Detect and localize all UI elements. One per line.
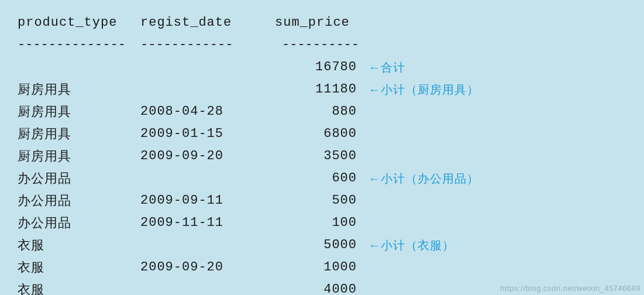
cell-sum-price: 4000 [257,279,357,295]
table-row: 厨房用具 2008-04-28 880 [18,101,626,123]
table-header-row: product_type regist_date sum_price [18,12,626,34]
table-row: 厨房用具 2009-01-15 6800 [18,123,626,145]
annotation-subtotal: ←小计（厨房用具） [369,78,479,101]
cell-sum-price: 16780 [257,56,357,78]
dash-sum-price: ---------- [257,34,357,56]
cell-product-type: 厨房用具 [18,145,140,167]
cell-sum-price: 880 [257,101,357,123]
cell-sum-price: 1000 [257,256,357,279]
table-row: 办公用品 600 ←小计（办公用品） [18,167,626,190]
cell-regist-date: 2009-09-20 [140,256,257,279]
table-row: 衣服 2009-09-20 1000 [18,256,626,279]
table-row: 厨房用具 11180 ←小计（厨房用具） [18,78,626,101]
table-row: 办公用品 2009-09-11 500 [18,190,626,212]
cell-sum-price: 600 [257,167,357,190]
dash-product-type: -------------- [18,34,140,56]
cell-sum-price: 3500 [257,145,357,167]
cell-regist-date: 2009-09-11 [140,190,257,212]
cell-sum-price: 100 [257,212,357,234]
annotation-subtotal: ←小计（办公用品） [369,167,479,190]
header-product-type: product_type [18,12,140,34]
header-sum-price: sum_price [257,12,357,34]
table-row: 16780 ←合计 [18,56,626,78]
cell-product-type: 办公用品 [18,190,140,212]
table-row: 办公用品 2009-11-11 100 [18,212,626,234]
cell-product-type: 办公用品 [18,167,140,190]
cell-regist-date: 2009-09-20 [140,145,257,167]
cell-regist-date: 2008-04-28 [140,101,257,123]
dash-regist-date: ------------ [140,34,257,56]
watermark: https://blog.csdn.net/weixin_45746689 [500,284,640,293]
table-row: 衣服 5000 ←小计（衣服） [18,234,626,256]
annotation-subtotal: ←小计（衣服） [369,234,454,256]
header-regist-date: regist_date [140,12,257,34]
table-dash-row: -------------- ------------ ---------- [18,34,626,56]
cell-regist-date: 2009-01-15 [140,123,257,145]
cell-sum-price: 500 [257,190,357,212]
cell-product-type: 衣服 [18,256,140,279]
cell-product-type: 厨房用具 [18,101,140,123]
cell-product-type: 衣服 [18,279,140,295]
cell-product-type: 办公用品 [18,212,140,234]
table-row: 厨房用具 2009-09-20 3500 [18,145,626,167]
cell-product-type: 厨房用具 [18,78,140,101]
cell-sum-price: 11180 [257,78,357,101]
cell-sum-price: 6800 [257,123,357,145]
cell-regist-date: 2009-11-11 [140,212,257,234]
cell-product-type: 衣服 [18,234,140,256]
cell-product-type: 厨房用具 [18,123,140,145]
cell-sum-price: 5000 [257,234,357,256]
annotation-total: ←合计 [369,56,405,78]
